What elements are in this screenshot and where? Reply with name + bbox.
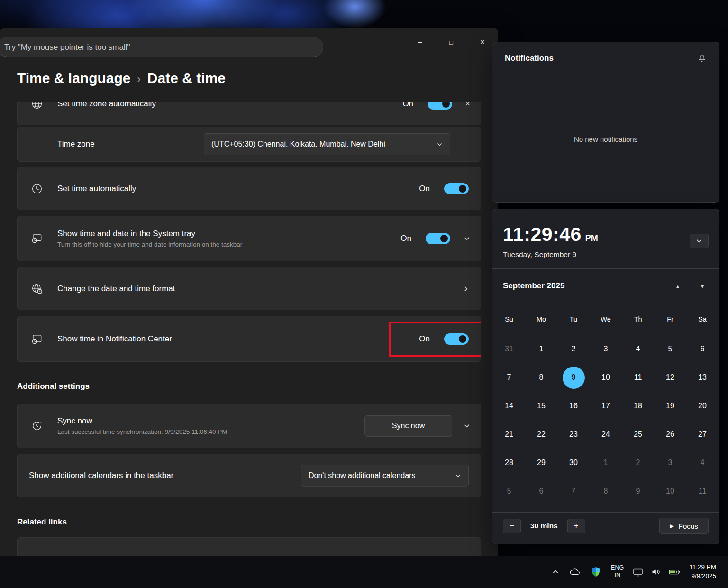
chevron-down-icon[interactable]	[464, 423, 470, 429]
focus-session-bar: − 30 mins + ▶ Focus	[492, 513, 719, 539]
timezone-dropdown[interactable]: (UTC+05:30) Chennai, Kolkata, Mumbai, Ne…	[204, 133, 450, 155]
calendar-next-icon[interactable]: ▾	[696, 283, 709, 290]
focus-decrease-button[interactable]: −	[503, 519, 521, 533]
system-tray-clock-icon	[31, 232, 43, 245]
calendar-day[interactable]: 1	[525, 335, 557, 363]
calendar-day[interactable]: 3	[590, 335, 622, 363]
minimize-button[interactable]: –	[404, 32, 436, 52]
calendar-day[interactable]: 5	[654, 335, 686, 363]
calendar-day[interactable]: 23	[557, 420, 590, 449]
security-shield-icon[interactable]	[586, 556, 606, 588]
setting-row-system-tray-time[interactable]: Show time and date in the System tray Tu…	[17, 216, 481, 261]
calendar-day[interactable]: 24	[590, 420, 622, 449]
row-title: Show additional calendars in the taskbar	[29, 471, 173, 480]
tray-overflow-button[interactable]	[547, 556, 564, 588]
calendar-day[interactable]: 4	[686, 449, 719, 477]
calendar-day[interactable]: 4	[622, 335, 654, 363]
calendar-day[interactable]: 6	[525, 477, 557, 505]
focus-increase-button[interactable]: +	[567, 519, 585, 533]
calendar-day[interactable]: 8	[590, 477, 622, 505]
volume-icon[interactable]	[647, 556, 665, 588]
setting-row-set-time-auto: Set time automatically On	[17, 167, 481, 210]
onedrive-cloud-icon[interactable]	[564, 556, 586, 588]
additional-calendars-dropdown[interactable]: Don't show additional calendars	[301, 465, 469, 487]
calendar-day[interactable]: 10	[590, 363, 622, 392]
breadcrumb: Time & language › Date & time	[0, 62, 498, 86]
calendar-day-header: Tu	[557, 315, 590, 323]
calendar-day[interactable]: 9	[622, 477, 654, 505]
calendar-day-header: Sa	[686, 315, 719, 323]
calendar-day-selected[interactable]: 9	[557, 363, 590, 392]
calendar-day[interactable]: 13	[686, 363, 719, 392]
row-subtitle: Turn this off to hide your time and date…	[57, 241, 242, 248]
calendar-day[interactable]: 7	[557, 477, 590, 505]
calendar-day[interactable]: 8	[525, 363, 557, 392]
calendar-day[interactable]: 25	[622, 420, 654, 449]
taskbar: ENG IN 11:29 PM 9/9/2025	[0, 556, 728, 588]
calendar-day[interactable]: 26	[654, 420, 686, 449]
taskbar-clock[interactable]: 11:29 PM 9/9/2025	[684, 556, 721, 588]
calendar-day[interactable]: 2	[557, 335, 590, 363]
calendar-day[interactable]: 5	[493, 477, 525, 505]
sync-now-button[interactable]: Sync now	[364, 415, 452, 437]
calendar-day[interactable]: 12	[654, 363, 686, 392]
calendar-day[interactable]: 28	[493, 449, 525, 477]
calendar-day[interactable]: 16	[557, 392, 590, 420]
calendar-day[interactable]: 21	[493, 420, 525, 449]
calendar-day[interactable]: 14	[493, 392, 525, 420]
row-title: Change the date and time format	[57, 284, 175, 294]
calendar-day[interactable]: 10	[654, 477, 686, 505]
calendar-day-header: We	[590, 315, 622, 323]
set-timezone-auto-toggle[interactable]	[428, 102, 452, 110]
set-time-auto-toggle[interactable]	[444, 183, 469, 194]
no-notifications-message: No new notifications	[492, 135, 719, 143]
breadcrumb-root[interactable]: Time & language	[17, 70, 131, 86]
settings-window: Try "My mouse pointer is too small" – □ …	[0, 28, 498, 556]
calendar-day[interactable]: 11	[686, 477, 719, 505]
clock-icon	[31, 183, 43, 195]
maximize-button[interactable]: □	[436, 32, 467, 52]
notification-center-time-toggle[interactable]	[444, 333, 469, 345]
calendar-day[interactable]: 30	[557, 449, 590, 477]
calendar-day[interactable]: 6	[686, 335, 719, 363]
calendar-day[interactable]: 20	[686, 392, 719, 420]
notification-clock-icon	[31, 333, 43, 345]
calendar-day[interactable]: 19	[654, 392, 686, 420]
dismiss-icon[interactable]: ×	[465, 102, 470, 109]
calendar-day[interactable]: 2	[622, 449, 654, 477]
chevron-down-icon[interactable]	[464, 235, 470, 242]
network-icon[interactable]	[629, 556, 647, 588]
focus-start-button[interactable]: ▶ Focus	[659, 518, 709, 534]
clock-date: Tuesday, September 9	[503, 250, 709, 259]
window-controls: – □ ×	[404, 32, 498, 52]
calendar-day[interactable]: 27	[686, 420, 719, 449]
taskbar-date: 9/9/2025	[691, 572, 716, 581]
language-indicator[interactable]: ENG IN	[606, 556, 629, 588]
calendar-day[interactable]: 17	[590, 392, 622, 420]
calendar-day[interactable]: 29	[525, 449, 557, 477]
calendar-day[interactable]: 7	[493, 363, 525, 392]
system-tray: ENG IN 11:29 PM 9/9/2025	[547, 556, 728, 588]
setting-row-notification-center-time: Show time in Notification Center On	[17, 316, 481, 362]
battery-charging-icon[interactable]	[665, 556, 684, 588]
calendar-day[interactable]: 1	[590, 449, 622, 477]
collapse-calendar-button[interactable]	[690, 234, 709, 248]
calendar-day[interactable]: 31	[493, 335, 525, 363]
setting-row-date-time-format[interactable]: Change the date and time format	[17, 267, 481, 310]
system-tray-time-toggle[interactable]	[426, 233, 450, 244]
calendar-day[interactable]: 11	[622, 363, 654, 392]
settings-content: Set time zone automatically On × Time zo…	[17, 102, 481, 556]
calendar-day[interactable]: 22	[525, 420, 557, 449]
related-links-card[interactable]	[17, 537, 481, 556]
calendar-prev-icon[interactable]: ▴	[672, 283, 684, 290]
search-input[interactable]: Try "My mouse pointer is too small"	[0, 37, 323, 57]
calendar-month-label[interactable]: September 2025	[503, 281, 564, 291]
calendar-day[interactable]: 3	[654, 449, 686, 477]
calendar-day[interactable]: 18	[622, 392, 654, 420]
setting-row-set-timezone-auto[interactable]: Set time zone automatically On ×	[17, 102, 481, 125]
calendar-grid: 3112345678910111213141516171819202122232…	[492, 335, 719, 505]
setting-row-sync-now[interactable]: Sync now Last successful time synchroniz…	[17, 404, 481, 448]
globe-icon	[31, 102, 43, 110]
calendar-day[interactable]: 15	[525, 392, 557, 420]
notification-settings-icon[interactable]	[697, 54, 707, 63]
